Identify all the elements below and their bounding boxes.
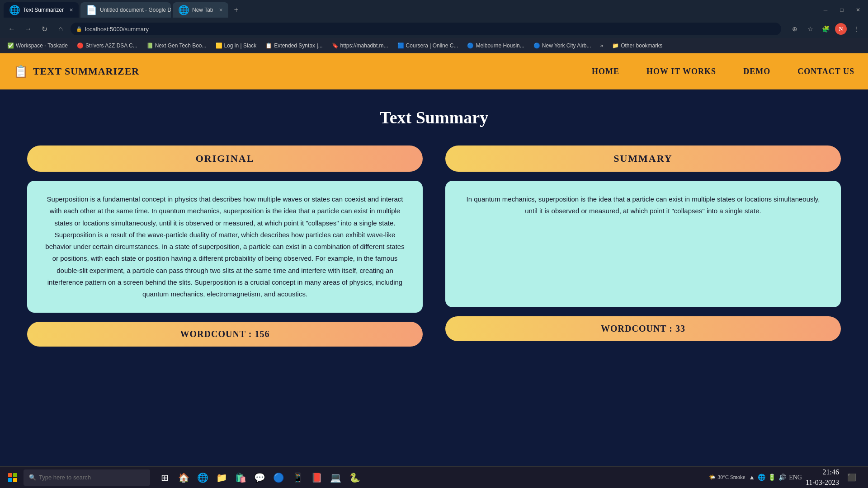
bookmark-icon-mahadbt: 🔖 — [332, 42, 339, 49]
tab-icon-3: 🌐 — [178, 5, 189, 15]
battery-icon[interactable]: 🔋 — [768, 474, 776, 481]
network-icon[interactable]: 🌐 — [758, 474, 765, 481]
nav-how-it-works[interactable]: HOW IT WORKS — [646, 67, 716, 76]
taskbar-pinned-icons: ⊞ 🏠 🌐 📁 🛍️ 💬 🔵 📱 📕 💻 🐍 — [156, 469, 363, 487]
taskview-icon[interactable]: ⊞ — [156, 469, 174, 487]
address-actions: ⊕ ☆ 🧩 N ⋮ — [788, 23, 863, 35]
reload-button[interactable]: ↻ — [38, 23, 51, 35]
acrobat-icon[interactable]: 📕 — [307, 469, 326, 487]
bookmark-melbourne[interactable]: 🔵 Melbourne Housin... — [463, 41, 528, 51]
chrome-icon[interactable]: 🔵 — [269, 469, 288, 487]
bookmark-nextgen[interactable]: 📗 Next Gen Tech Boo... — [143, 41, 210, 51]
widgets-icon[interactable]: 🏠 — [175, 469, 193, 487]
close-button[interactable]: ✕ — [852, 4, 864, 16]
bookmark-label-other: Other bookmarks — [621, 42, 662, 49]
tab-label-3: New Tab — [192, 7, 213, 13]
tab-close-3[interactable]: ✕ — [219, 7, 223, 13]
tab-text-summarizer[interactable]: 🌐 Text Summarizer ✕ — [4, 2, 79, 18]
tab-label-1: Text Summarizer — [23, 7, 64, 13]
search-icon: 🔍 — [29, 474, 36, 481]
bookmarks-bar: ✅ Workspace - Taskade 🔴 Strivers A2Z DSA… — [0, 38, 868, 53]
start-button[interactable] — [4, 469, 22, 487]
weather-icon: 🌤️ — [709, 474, 716, 481]
nav-contact-us[interactable]: CONTACT US — [797, 67, 854, 76]
back-button[interactable]: ← — [5, 23, 18, 35]
window-controls: ─ □ ✕ — [819, 4, 864, 16]
edge-icon[interactable]: 🌐 — [193, 469, 212, 487]
cast-icon[interactable]: ⊕ — [788, 23, 801, 35]
profile-switcher[interactable]: N — [835, 23, 847, 35]
nav-home[interactable]: HOME — [592, 67, 619, 76]
url-bar[interactable]: 🔒 localhost:5000/summary — [71, 23, 781, 35]
notification-icon[interactable]: ▲ — [749, 474, 755, 481]
summary-column: SUMMARY In quantum mechanics, superposit… — [445, 145, 841, 341]
bookmark-label-slack: Log in | Slack — [224, 42, 257, 49]
system-tray: 🌤️ 30°C Smoke ▲ 🌐 🔋 🔊 ENG 21:46 11-03-20… — [709, 467, 864, 488]
home-button[interactable]: ⌂ — [54, 23, 67, 35]
brand-logo: 📋 TEXT SUMMARIZER — [14, 65, 139, 79]
bookmark-nyc[interactable]: 🔵 New York City Airb... — [530, 41, 595, 51]
new-tab-button[interactable]: + — [230, 4, 243, 16]
address-bar: ← → ↻ ⌂ 🔒 localhost:5000/summary ⊕ ☆ 🧩 N… — [0, 20, 868, 38]
whatsapp-icon[interactable]: 📱 — [288, 469, 307, 487]
bookmark-mahadbt[interactable]: 🔖 https://mahadbt.m... — [328, 41, 392, 51]
store-icon[interactable]: 🛍️ — [231, 469, 250, 487]
two-column-layout: ORIGINAL Superposition is a fundamental … — [27, 145, 841, 347]
extensions-icon[interactable]: 🧩 — [819, 23, 832, 35]
bookmark-slack[interactable]: 🟨 Log in | Slack — [212, 41, 260, 51]
tab-google-doc[interactable]: 📄 Untitled document - Google Doc ✕ — [80, 2, 171, 18]
bookmark-more-label: » — [600, 42, 604, 49]
minimize-button[interactable]: ─ — [819, 4, 832, 16]
bookmark-label-mahadbt: https://mahadbt.m... — [340, 42, 388, 49]
clock[interactable]: 21:46 11-03-2023 — [806, 467, 839, 488]
slack-icon[interactable]: 💬 — [250, 469, 269, 487]
bookmark-label-coursera: Coursera | Online C... — [406, 42, 458, 49]
menu-icon[interactable]: ⋮ — [850, 23, 863, 35]
original-text-box: Superposition is a fundamental concept i… — [27, 181, 423, 313]
bookmark-icon-other: 📁 — [612, 42, 619, 49]
weather-widget: 🌤️ 30°C Smoke — [709, 474, 745, 481]
vscode-icon[interactable]: 💻 — [326, 469, 344, 487]
tab-close-1[interactable]: ✕ — [69, 7, 73, 13]
bookmark-coursera[interactable]: 🟦 Coursera | Online C... — [394, 41, 462, 51]
bookmark-syntax[interactable]: 📋 Extended Syntax |... — [262, 41, 326, 51]
bookmark-more[interactable]: » — [597, 41, 607, 51]
bookmark-icon-taskade: ✅ — [7, 42, 14, 49]
summary-header: SUMMARY — [445, 145, 841, 172]
url-text: localhost:5000/summary — [85, 26, 149, 33]
brand-name: TEXT SUMMARIZER — [33, 66, 139, 77]
explorer-icon[interactable]: 📁 — [212, 469, 231, 487]
bookmark-label-nyc: New York City Airb... — [542, 42, 591, 49]
clock-time: 21:46 — [806, 467, 839, 477]
bookmark-taskade[interactable]: ✅ Workspace - Taskade — [4, 41, 71, 51]
summary-text-box: In quantum mechanics, superposition is t… — [445, 181, 841, 307]
bookmark-other[interactable]: 📁 Other bookmarks — [609, 41, 666, 51]
bookmark-dsa[interactable]: 🔴 Strivers A2Z DSA C... — [73, 41, 141, 51]
bookmark-label-melbourne: Melbourne Housin... — [476, 42, 524, 49]
app-navbar: 📋 TEXT SUMMARIZER HOME HOW IT WORKS DEMO… — [0, 53, 868, 89]
tab-bar: 🌐 Text Summarizer ✕ 📄 Untitled document … — [0, 0, 868, 20]
tab-icon-1: 🌐 — [9, 5, 20, 15]
bookmark-icon-dsa: 🔴 — [77, 42, 84, 49]
page-title: Text Summary — [27, 108, 841, 127]
bookmark-icon-slack: 🟨 — [216, 42, 222, 49]
search-input[interactable] — [39, 474, 145, 481]
taskbar-search[interactable]: 🔍 — [24, 469, 150, 486]
python-icon[interactable]: 🐍 — [345, 469, 363, 487]
tab-new-tab[interactable]: 🌐 New Tab ✕ — [173, 2, 228, 18]
bookmark-label-nextgen: Next Gen Tech Boo... — [155, 42, 207, 49]
original-column: ORIGINAL Superposition is a fundamental … — [27, 145, 423, 347]
page-content: Text Summary ORIGINAL Superposition is a… — [0, 89, 868, 451]
maximize-button[interactable]: □ — [835, 4, 848, 16]
show-desktop-button[interactable]: ⬛ — [843, 469, 861, 487]
original-wordcount: WORDCOUNT : 156 — [27, 322, 423, 347]
bookmark-star-icon[interactable]: ☆ — [804, 23, 816, 35]
bookmark-label-dsa: Strivers A2Z DSA C... — [85, 42, 137, 49]
windows-icon — [8, 473, 17, 482]
volume-icon[interactable]: 🔊 — [778, 474, 786, 481]
browser-chrome: 🌐 Text Summarizer ✕ 📄 Untitled document … — [0, 0, 868, 53]
forward-button[interactable]: → — [22, 23, 34, 35]
lang-indicator: ENG — [789, 474, 802, 481]
nav-demo[interactable]: DEMO — [743, 67, 770, 76]
bookmark-label-taskade: Workspace - Taskade — [16, 42, 68, 49]
